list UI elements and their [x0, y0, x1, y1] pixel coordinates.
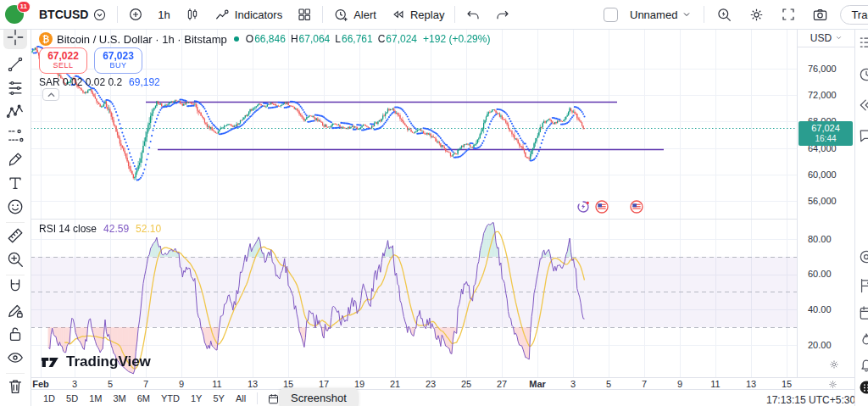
lock-tool[interactable] [6, 325, 25, 343]
collapse-sidebar-icon[interactable] [858, 97, 868, 114]
watchlist-sidebar-icon[interactable] [858, 34, 868, 51]
redo-button[interactable] [491, 3, 515, 25]
trend-line-tool[interactable] [6, 55, 25, 74]
chart-style-button[interactable] [181, 3, 204, 25]
time-axis[interactable]: Feb3579111315171921232527Mar3579111315 [31, 377, 854, 390]
pane-settings-gear-icon[interactable] [829, 359, 839, 370]
toolbar-divider [117, 6, 118, 23]
toolbar-divider [6, 275, 25, 275]
compare-button[interactable] [124, 3, 147, 25]
range-button-3m[interactable]: 3M [113, 393, 125, 403]
toolbar-divider [6, 222, 25, 223]
settings-button[interactable] [744, 3, 769, 25]
time-tick: 23 [418, 379, 443, 389]
quick-search-button[interactable] [712, 3, 737, 25]
indicators-icon [214, 7, 231, 23]
range-button-all[interactable]: All [236, 393, 246, 403]
collapse-legend-button[interactable] [42, 88, 59, 101]
rsi-label: RSI 14 close [39, 223, 97, 235]
screenshot-camera-button[interactable] [808, 3, 832, 25]
layout-name-button[interactable]: Unnamed [626, 3, 696, 25]
time-tick: 25 [453, 379, 479, 389]
us-economic-event-icon[interactable] [595, 200, 609, 214]
hide-drawings-tool[interactable] [6, 348, 25, 367]
ideas-sidebar-icon[interactable] [858, 277, 868, 294]
currency-selector[interactable]: USD [798, 29, 855, 47]
change-value: +192 (+0.29%) [423, 33, 490, 45]
range-button-1y[interactable]: 1Y [191, 393, 202, 403]
xabcd-pattern-tool[interactable] [6, 103, 25, 121]
time-settings-gear-icon[interactable] [828, 380, 837, 389]
clock-label[interactable]: 17:13:15 UTC+5:30 [766, 394, 855, 406]
range-button-5d[interactable]: 5D [66, 393, 78, 403]
save-layout-checkbox[interactable] [604, 8, 618, 22]
calendar-sidebar-icon[interactable] [858, 304, 868, 321]
range-button-6m[interactable]: 6M [137, 393, 150, 403]
tradingview-watermark: TradingView [41, 353, 151, 370]
range-button-1m[interactable]: 1M [89, 393, 102, 403]
toolbar-divider [6, 373, 25, 374]
market-status-dot [234, 36, 239, 42]
sar-value: 69,192 [129, 76, 160, 88]
time-tick: 13 [240, 379, 265, 389]
sell-button[interactable]: 67,022 SELL [39, 47, 87, 74]
zoom-in-tool[interactable] [6, 250, 25, 269]
time-tick: Feb [28, 379, 53, 389]
target-sidebar-icon[interactable] [858, 248, 868, 265]
indicators-button[interactable]: Indicators [210, 3, 287, 25]
replay-button[interactable]: Replay [387, 3, 448, 25]
time-tick: 11 [703, 379, 728, 389]
text-tool[interactable] [6, 174, 25, 192]
ohlc-item: L66,761 [335, 33, 372, 45]
rsi-ma-value: 52.10 [136, 223, 161, 235]
alerts-sidebar-icon[interactable] [858, 66, 868, 83]
time-tick: 9 [667, 379, 693, 389]
candles-icon [185, 7, 200, 22]
time-tick: 27 [489, 379, 515, 389]
range-buttons: 1D5D1M3M6MYTD1Y5YAll [43, 393, 246, 403]
time-tick: Mar [525, 379, 550, 389]
interval-label: 1h [158, 8, 170, 21]
price-tick: 72,000 [798, 90, 859, 100]
chat-sidebar-icon[interactable] [858, 127, 868, 144]
edit-lock-tool[interactable] [6, 301, 25, 320]
notifications-sidebar-icon[interactable] [858, 357, 868, 374]
range-button-ytd[interactable]: YTD [161, 393, 180, 403]
us-economic-event-icon[interactable] [630, 200, 643, 214]
ai-event-icon[interactable] [576, 200, 590, 214]
trade-button[interactable]: Trade [840, 5, 868, 25]
brush-tool[interactable] [6, 150, 25, 169]
more-sidebar-icon[interactable] [858, 379, 868, 396]
time-tick: 15 [774, 379, 799, 389]
range-button-1d[interactable]: 1D [43, 393, 55, 403]
range-button-5y[interactable]: 5Y [213, 393, 224, 403]
rsi-tick: 80.00 [798, 234, 859, 244]
magnet-tool[interactable] [6, 277, 25, 296]
layout-templates-button[interactable] [292, 3, 316, 25]
user-avatar[interactable]: 11 [5, 5, 24, 24]
streams-sidebar-icon[interactable] [858, 331, 868, 348]
remove-drawings-tool[interactable] [6, 377, 25, 396]
symbol-legend[interactable]: ₿ Bitcoin / U.S. Dollar · 1h · Bitstamp … [39, 32, 490, 46]
time-tick: 3 [62, 379, 87, 389]
crosshair-tool[interactable] [6, 28, 25, 47]
time-tick: 7 [133, 379, 159, 389]
rsi-value: 42.59 [103, 223, 129, 235]
alert-button[interactable]: Alert [329, 3, 381, 25]
emoji-tool[interactable] [6, 197, 25, 216]
interval-button[interactable]: 1h [153, 3, 174, 25]
price-axis[interactable]: USD 76,00072,00068,00064,00060,00056,000… [797, 29, 855, 377]
fib-retracement-tool[interactable] [6, 79, 25, 97]
fullscreen-button[interactable] [776, 3, 800, 25]
chart-area[interactable]: ₿ Bitcoin / U.S. Dollar · 1h · Bitstamp … [31, 29, 797, 377]
rsi-legend[interactable]: RSI 14 close 42.59 52.10 [39, 223, 161, 235]
sar-legend[interactable]: SAR 0.02 0.02 0.2 69,192 [39, 76, 160, 88]
symbol-search-icon [92, 8, 107, 22]
ruler-tool[interactable] [6, 226, 25, 245]
symbol-button[interactable]: BTCUSD [35, 3, 111, 25]
forecast-tool[interactable] [6, 126, 25, 145]
buy-button[interactable]: 67,023 BUY [94, 47, 142, 74]
time-tick: 3 [560, 379, 586, 389]
undo-button[interactable] [461, 3, 485, 25]
camera-icon [812, 7, 828, 23]
